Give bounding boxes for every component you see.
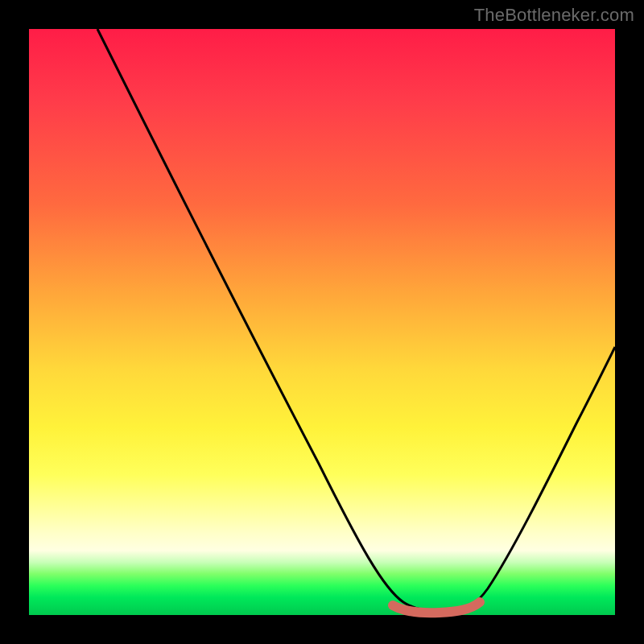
curve-layer (29, 29, 615, 615)
bottleneck-curve (97, 29, 615, 611)
plot-gradient-area (29, 29, 615, 615)
watermark-text: TheBottleneker.com (474, 5, 634, 26)
chart-frame: TheBottleneker.com (0, 0, 644, 644)
